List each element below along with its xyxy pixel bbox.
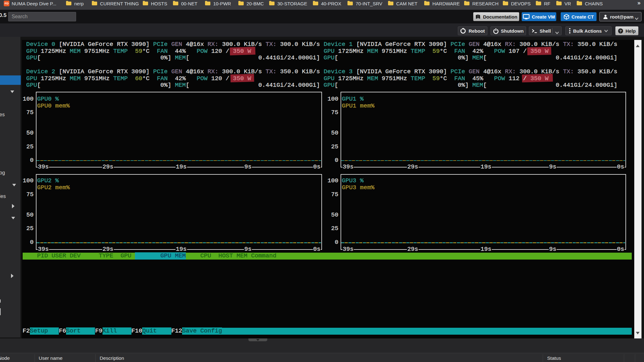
svg-text:?: ? — [619, 29, 622, 33]
